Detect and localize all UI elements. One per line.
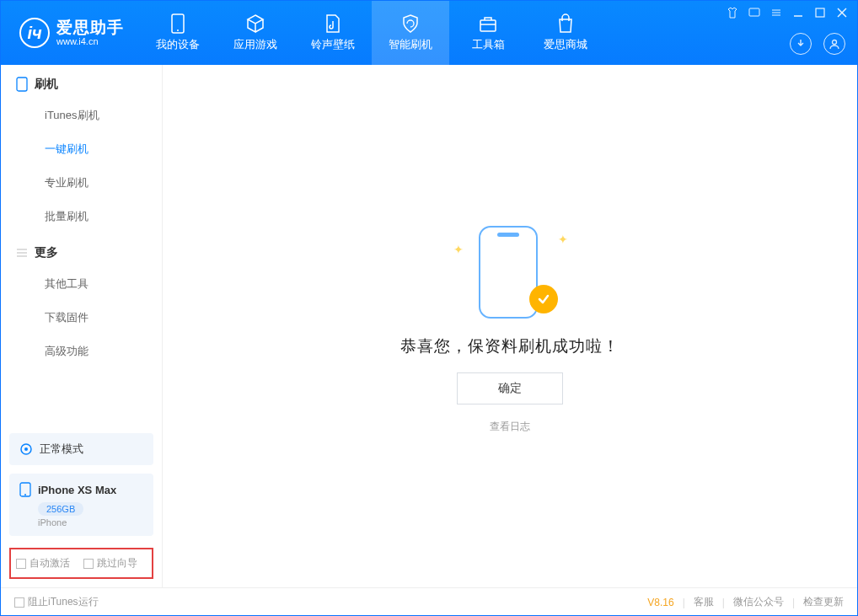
download-icon[interactable] [790,33,812,55]
checkbox-label: 自动激活 [29,556,70,570]
svg-rect-2 [480,20,496,31]
tab-label: 爱思商城 [544,37,587,52]
app-title: 爱思助手 [56,19,124,37]
sidebar-item-pro-flash[interactable]: 专业刷机 [1,166,162,200]
svg-point-18 [24,447,28,451]
sidebar: 刷机 iTunes刷机 一键刷机 专业刷机 批量刷机 更多 其他工具 下载固件 … [1,65,163,587]
tab-apps-games[interactable]: 应用游戏 [217,1,294,65]
menu-icon[interactable] [770,6,783,19]
section-flash-header: 刷机 [1,65,162,99]
tab-label: 工具箱 [472,37,505,52]
toolbox-icon [478,13,498,34]
mode-icon [19,442,33,456]
tab-smart-flash[interactable]: 智能刷机 [372,1,449,65]
svg-point-1 [177,29,179,31]
svg-rect-13 [17,78,27,91]
music-file-icon [323,13,343,34]
device-phone-icon [19,482,31,497]
tab-label: 智能刷机 [389,37,432,52]
tab-label: 铃声壁纸 [311,37,355,52]
main-body: 刷机 iTunes刷机 一键刷机 专业刷机 批量刷机 更多 其他工具 下载固件 … [1,65,857,587]
footer-right: V8.16 | 客服 | 微信公众号 | 检查更新 [647,595,844,609]
close-button[interactable] [835,6,849,19]
version-label: V8.16 [647,597,673,608]
ok-button[interactable]: 确定 [457,372,563,404]
maximize-button[interactable] [813,6,827,19]
user-icon[interactable] [823,33,845,55]
sparkle-icon: ✦ [453,243,464,256]
tab-ringtones-wallpapers[interactable]: 铃声壁纸 [294,1,372,65]
checkbox-label: 跳过向导 [97,556,137,570]
section-title: 刷机 [35,77,58,92]
check-badge-icon [529,285,558,313]
checkbox-auto-activate[interactable]: 自动激活 [16,556,70,570]
device-block: 正常模式 iPhone XS Max 256GB iPhone [9,433,153,536]
tab-my-device[interactable]: 我的设备 [139,1,217,65]
shirt-icon[interactable] [726,6,739,19]
svg-point-12 [833,40,837,45]
app-url: www.i4.cn [56,36,124,46]
section-title: 更多 [35,245,58,260]
checkbox-icon [83,559,94,569]
checkbox-label: 阻止iTunes运行 [28,595,99,609]
checkbox-icon [14,597,24,608]
svg-rect-4 [749,8,759,16]
app-header: iч 爱思助手 www.i4.cn 我的设备 应用游戏 铃声壁纸 智能刷机 工具… [1,1,857,65]
tab-store[interactable]: 爱思商城 [527,1,604,65]
sidebar-item-download-firmware[interactable]: 下载固件 [1,301,162,335]
window-controls [726,6,849,19]
device-name: iPhone XS Max [38,484,116,496]
main-content: ✦ ✦ 恭喜您，保资料刷机成功啦！ 确定 查看日志 [163,65,857,587]
nav-tabs: 我的设备 应用游戏 铃声壁纸 智能刷机 工具箱 爱思商城 [139,1,604,65]
sidebar-item-other-tools[interactable]: 其他工具 [1,267,162,301]
app-logo-icon: iч [19,18,50,48]
list-icon [16,247,28,259]
checkbox-icon [16,559,26,569]
sidebar-item-advanced[interactable]: 高级功能 [1,335,162,368]
tab-toolbox[interactable]: 工具箱 [449,1,527,65]
footer-link-update[interactable]: 检查更新 [803,595,844,609]
view-log-link[interactable]: 查看日志 [490,420,530,434]
logo-text: 爱思助手 www.i4.cn [56,19,124,47]
sparkle-icon: ✦ [558,233,568,246]
checkbox-skip-wizard[interactable]: 跳过向导 [83,556,137,570]
success-illustration: ✦ ✦ [464,219,556,320]
svg-point-20 [24,494,26,495]
footer: 阻止iTunes运行 V8.16 | 客服 | 微信公众号 | 检查更新 [1,587,857,616]
feedback-icon[interactable] [748,6,761,19]
shield-refresh-icon [400,13,421,34]
footer-link-support[interactable]: 客服 [694,595,714,609]
logo-area: iч 爱思助手 www.i4.cn [1,18,139,48]
device-type: iPhone [38,517,143,528]
cube-icon [245,13,265,34]
tab-label: 应用游戏 [233,37,277,52]
sidebar-item-itunes-flash[interactable]: iTunes刷机 [1,99,162,132]
device-capacity: 256GB [38,502,83,516]
shopping-bag-icon [555,13,576,34]
header-action-icons [790,33,845,55]
phone-illustration-icon [479,226,538,319]
svg-rect-9 [816,8,824,17]
checkbox-block-itunes[interactable]: 阻止iTunes运行 [14,595,99,609]
device-box[interactable]: iPhone XS Max 256GB iPhone [9,474,153,536]
phone-outline-icon [16,77,28,92]
sidebar-item-batch-flash[interactable]: 批量刷机 [1,200,162,233]
mode-label: 正常模式 [40,442,83,457]
device-icon [168,13,188,34]
bottom-checkbox-row: 自动激活 跳过向导 [9,548,153,579]
mode-box[interactable]: 正常模式 [9,433,153,465]
tab-label: 我的设备 [156,37,200,52]
footer-link-wechat[interactable]: 微信公众号 [733,595,784,609]
sidebar-item-oneclick-flash[interactable]: 一键刷机 [1,132,162,166]
section-more-header: 更多 [1,233,162,267]
minimize-button[interactable] [791,6,805,19]
success-message: 恭喜您，保资料刷机成功啦！ [400,335,619,357]
